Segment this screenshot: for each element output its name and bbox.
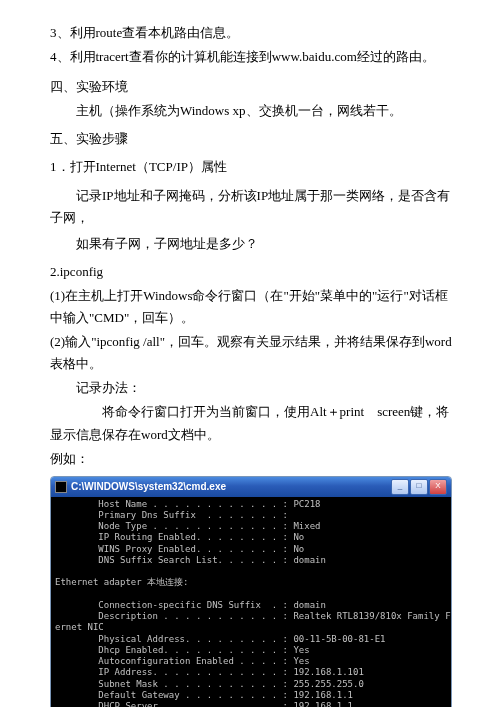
step-1-title: 1．打开Internet（TCP/IP）属性 [50,156,460,178]
cmd-title: C:\WINDOWS\system32\cmd.exe [71,478,226,495]
document-page: 3、利用route查看本机路由信息。 4、利用tracert查看你的计算机能连接… [0,0,500,707]
cmd-titlebar-buttons: _ □ X [391,479,447,495]
step-2-line-b: (2)输入"ipconfig /all"，回车。观察有关显示结果，并将结果保存到… [50,331,460,375]
cmd-icon [55,481,67,493]
close-button[interactable]: X [429,479,447,495]
maximize-button[interactable]: □ [410,479,428,495]
cmd-terminal-output: Host Name . . . . . . . . . . . . : PC21… [51,497,451,707]
section-4-body: 主机（操作系统为Windows xp、交换机一台，网线若干。 [50,100,460,122]
record-method-title: 记录办法： [50,377,460,399]
step-1-line-b: 如果有子网，子网地址是多少？ [50,233,460,255]
line-route: 3、利用route查看本机路由信息。 [50,22,460,44]
minimize-button[interactable]: _ [391,479,409,495]
record-method-body: 将命令行窗口打开为当前窗口，使用Alt＋print screen键，将显示信息保… [50,401,460,445]
line-tracert: 4、利用tracert查看你的计算机能连接到www.baidu.com经过的路由… [50,46,460,68]
step-2-title: 2.ipconfig [50,261,460,283]
cmd-titlebar-left: C:\WINDOWS\system32\cmd.exe [55,478,226,495]
section-5-title: 五、实验步骤 [50,128,460,150]
example-label: 例如： [50,448,460,470]
section-4-title: 四、实验环境 [50,76,460,98]
step-1-line-a: 记录IP地址和子网掩码，分析该IP地址属于那一类网络，是否含有子网， [50,185,460,229]
cmd-titlebar: C:\WINDOWS\system32\cmd.exe _ □ X [51,477,451,497]
step-2-line-a: (1)在主机上打开Windows命令行窗口（在"开始"菜单中的"运行"对话框中输… [50,285,460,329]
cmd-window: C:\WINDOWS\system32\cmd.exe _ □ X Host N… [50,476,452,707]
record-method-text: 将命令行窗口打开为当前窗口，使用Alt＋print screen键，将显示信息保… [50,404,449,441]
